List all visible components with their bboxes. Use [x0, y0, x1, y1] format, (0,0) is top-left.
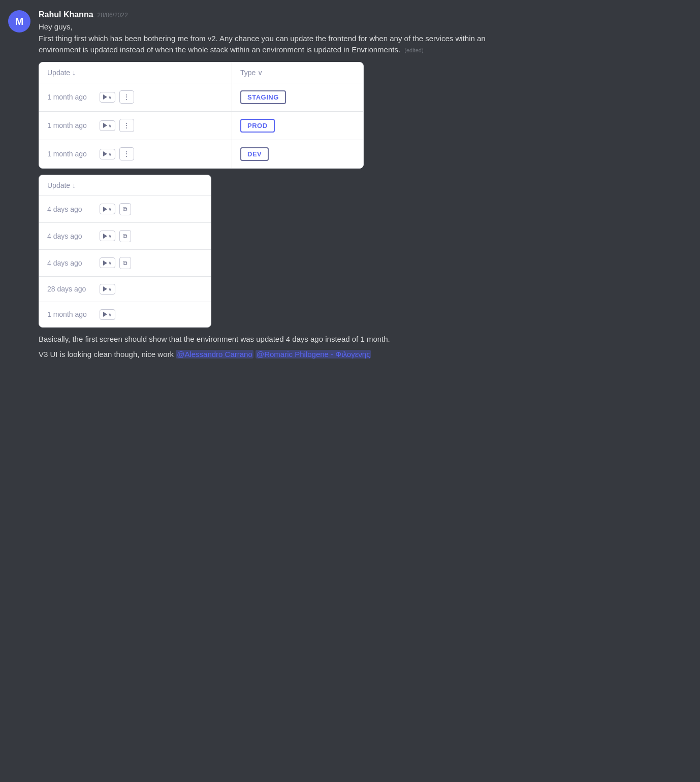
table-row: 1 month ago ∨	[39, 302, 211, 327]
play-icon	[103, 260, 107, 266]
table-1-row-2-update: 1 month ago ∨ ⋮	[39, 112, 232, 140]
message-timestamp: 28/06/2022	[98, 12, 128, 19]
time-label: 1 month ago	[47, 310, 96, 318]
table-2-row-2: 4 days ago ∨ ⧉	[39, 223, 211, 249]
table-row: 1 month ago ∨ ⋮ STAGING	[39, 83, 363, 112]
message-text: Hey guys, First thing first which has be…	[39, 21, 516, 56]
play-button[interactable]: ∨	[100, 204, 115, 214]
table-1: Update ↓ Type ∨ 1 month ago ∨ ⋮ STAGI	[39, 62, 364, 169]
avatar: M	[8, 10, 30, 32]
chevron-down-icon: ∨	[108, 233, 112, 239]
chevron-down-icon: ∨	[108, 94, 112, 100]
play-button[interactable]: ∨	[100, 284, 115, 295]
time-label: 4 days ago	[47, 205, 96, 213]
time-label: 28 days ago	[47, 285, 96, 293]
table-2-row-5: 1 month ago ∨	[39, 302, 211, 327]
author-name: Rahul Khanna	[39, 10, 93, 19]
play-icon	[103, 151, 107, 156]
table-row: 28 days ago ∨	[39, 277, 211, 302]
chevron-down-icon: ∨	[108, 260, 112, 266]
play-icon	[103, 286, 107, 291]
copy-button[interactable]: ⧉	[119, 203, 131, 215]
chevron-down-icon: ∨	[108, 151, 112, 157]
type-badge-staging: STAGING	[240, 90, 286, 104]
play-button[interactable]: ∨	[100, 120, 115, 131]
time-label: 1 month ago	[47, 150, 96, 158]
table-2-row-1: 4 days ago ∨ ⧉	[39, 196, 211, 222]
play-button[interactable]: ∨	[100, 231, 115, 241]
copy-button[interactable]: ⧉	[119, 257, 131, 269]
chevron-down-icon: ∨	[108, 123, 112, 128]
edited-label: (edited)	[404, 47, 423, 53]
table-1-header-update[interactable]: Update ↓	[39, 62, 232, 83]
chevron-down-icon: ∨	[108, 312, 112, 317]
table-row: 4 days ago ∨ ⧉	[39, 196, 211, 223]
table-1-row-2-type: PROD	[232, 112, 363, 140]
more-options-button[interactable]: ⋮	[119, 119, 134, 132]
table-row: 4 days ago ∨ ⧉	[39, 223, 211, 250]
play-button[interactable]: ∨	[100, 149, 115, 159]
message-content: Rahul Khanna 28/06/2022 Hey guys, First …	[39, 10, 516, 361]
table-row: 4 days ago ∨ ⧉	[39, 250, 211, 277]
time-label: 4 days ago	[47, 259, 96, 267]
more-options-button[interactable]: ⋮	[119, 147, 134, 160]
table-1-row-1-update: 1 month ago ∨ ⋮	[39, 83, 232, 111]
type-badge-prod: PROD	[240, 119, 275, 133]
time-label: 4 days ago	[47, 232, 96, 240]
message-line-1: Hey guys,	[39, 21, 516, 33]
table-1-row-3-update: 1 month ago ∨ ⋮	[39, 140, 232, 168]
more-options-button[interactable]: ⋮	[119, 90, 134, 104]
bottom-text-2: V3 UI is looking clean though, nice work…	[39, 349, 516, 361]
chevron-down-icon: ∨	[108, 206, 112, 212]
table-1-header: Update ↓ Type ∨	[39, 62, 363, 83]
copy-button[interactable]: ⧉	[119, 230, 131, 242]
bottom-text-1: Basically, the first screen should show …	[39, 334, 516, 345]
table-1-row-1-type: STAGING	[232, 83, 363, 111]
play-button[interactable]: ∨	[100, 309, 115, 320]
table-1-header-type[interactable]: Type ∨	[232, 62, 363, 83]
table-2-header: Update ↓	[39, 175, 211, 196]
table-row: 1 month ago ∨ ⋮ DEV	[39, 140, 363, 168]
play-icon	[103, 207, 107, 212]
table-2-row-3: 4 days ago ∨ ⧉	[39, 250, 211, 276]
time-label: 1 month ago	[47, 93, 96, 101]
type-badge-dev: DEV	[240, 147, 269, 161]
mention-2[interactable]: @Romaric Philogene - Φιλογενης	[256, 350, 371, 359]
play-button[interactable]: ∨	[100, 92, 115, 103]
play-button[interactable]: ∨	[100, 257, 115, 268]
time-label: 1 month ago	[47, 121, 96, 129]
chevron-down-icon: ∨	[108, 286, 112, 292]
table-row: 1 month ago ∨ ⋮ PROD	[39, 112, 363, 140]
play-icon	[103, 94, 107, 100]
play-icon	[103, 234, 107, 239]
table-2: Update ↓ 4 days ago ∨ ⧉ 4 days ago	[39, 175, 211, 328]
message-line-2: First thing first which has been botheri…	[39, 33, 516, 56]
play-icon	[103, 312, 107, 317]
table-2-header-update[interactable]: Update ↓	[39, 175, 211, 196]
message-header: Rahul Khanna 28/06/2022	[39, 10, 516, 19]
message-container: M Rahul Khanna 28/06/2022 Hey guys, Firs…	[8, 10, 516, 361]
table-1-row-3-type: DEV	[232, 140, 363, 168]
table-2-row-4: 28 days ago ∨	[39, 277, 211, 302]
mention-1[interactable]: @Alessandro Carrano	[176, 350, 253, 359]
play-icon	[103, 123, 107, 128]
